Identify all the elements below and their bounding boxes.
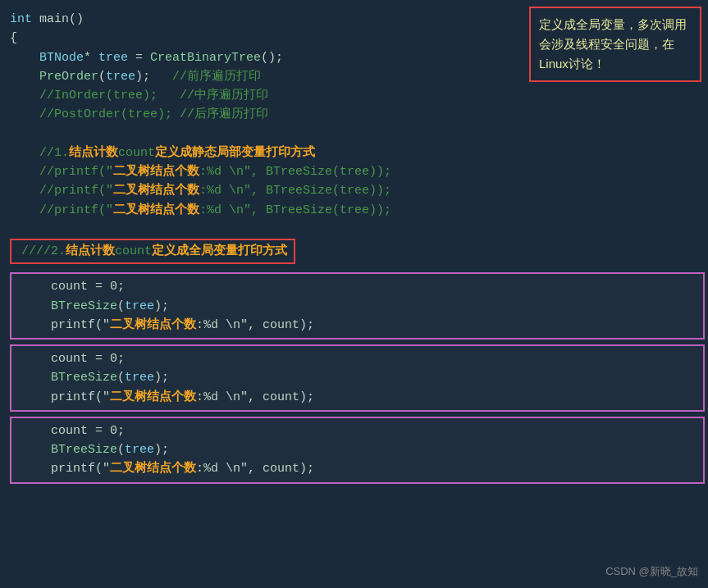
code-line-6: //PostOrder(tree); //后序遍历打印 — [7, 105, 708, 124]
block2-line1: count = 0; — [18, 349, 697, 368]
block1-line1: count = 0; — [18, 277, 697, 296]
section2-header-line: ////2.结点计数count定义成全局变量打印方式 — [18, 244, 287, 258]
code-line-5: //InOrder(tree); //中序遍历打印 — [7, 86, 708, 105]
code-line-10: //printf("二叉树结点个数:%d \n", BTreeSize(tree… — [7, 181, 708, 200]
code-block-1: count = 0; BTreeSize(tree); printf("二叉树结… — [10, 272, 705, 340]
block3-line3: printf("二叉树结点个数:%d \n", count); — [18, 459, 697, 478]
code-line-7 — [7, 125, 708, 144]
section2-header-box: ////2.结点计数count定义成全局变量打印方式 — [10, 239, 295, 264]
watermark: CSDN @新晓_故知 — [605, 563, 698, 580]
code-line-8: //1.结点计数count定义成静态局部变量打印方式 — [7, 144, 708, 162]
block3-line2: BTreeSize(tree); — [18, 440, 697, 459]
annotation-box: 定义成全局变量，多次调用会涉及线程安全问题，在Linux讨论！ — [529, 7, 701, 82]
code-line-11: //printf("二叉树结点个数:%d \n", BTreeSize(tree… — [7, 201, 708, 220]
code-line-9: //printf("二叉树结点个数:%d \n", BTreeSize(tree… — [7, 162, 708, 181]
annotation-text: 定义成全局变量，多次调用会涉及线程安全问题，在Linux讨论！ — [539, 17, 687, 71]
code-container: 定义成全局变量，多次调用会涉及线程安全问题，在Linux讨论！ int main… — [0, 0, 708, 588]
code-block-3: count = 0; BTreeSize(tree); printf("二叉树结… — [10, 417, 705, 484]
code-block-2: count = 0; BTreeSize(tree); printf("二叉树结… — [10, 344, 705, 412]
block1-line2: BTreeSize(tree); — [18, 297, 697, 316]
code-line-12 — [7, 220, 708, 239]
block2-line3: printf("二叉树结点个数:%d \n", count); — [18, 388, 697, 407]
block3-line1: count = 0; — [18, 422, 697, 440]
block1-line3: printf("二叉树结点个数:%d \n", count); — [18, 316, 697, 335]
block2-line2: BTreeSize(tree); — [18, 368, 697, 387]
